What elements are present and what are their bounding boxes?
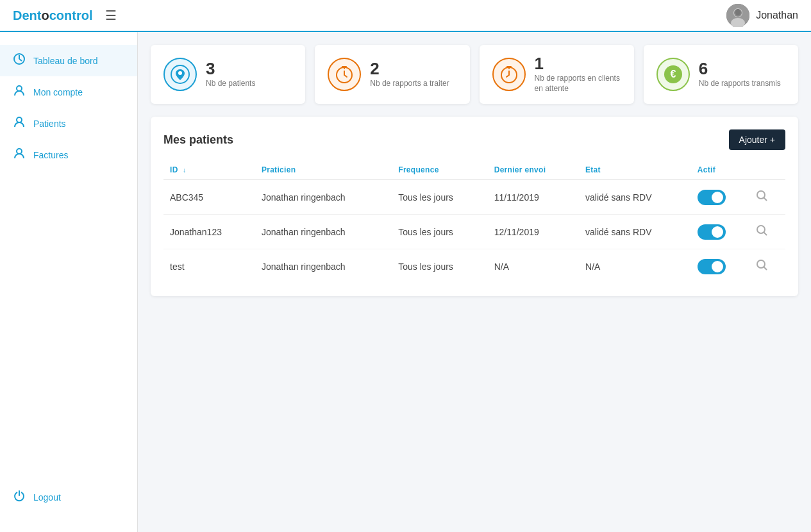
sidebar-item-factures[interactable]: Factures (0, 139, 137, 170)
svg-point-17 (757, 226, 765, 233)
search-icon (755, 224, 768, 237)
cell-praticien-1: Jonathan ringenbach (255, 215, 392, 249)
patients-tbody: ABC345 Jonathan ringenbach Tous les jour… (163, 180, 785, 284)
stat-icon-wrap-patients (163, 58, 197, 91)
cell-id-0: ABC345 (163, 180, 255, 215)
power-icon (13, 489, 26, 505)
cell-actif-0[interactable] (691, 180, 749, 215)
svg-line-20 (764, 267, 767, 270)
toggle-actif-0[interactable] (698, 190, 726, 205)
patients-title: Mes patients (163, 133, 233, 147)
cell-frequence-2: Tous les jours (392, 249, 487, 284)
svg-point-8 (17, 149, 22, 154)
stat-nb-rapports-clients: 1 Nb de rapports en clients en attente (480, 45, 634, 104)
sidebar-label-factures: Factures (33, 150, 68, 160)
sidebar-label-mon-compte: Mon compte (33, 87, 83, 97)
svg-point-19 (757, 260, 765, 268)
cell-actions-2 (749, 249, 785, 284)
stat-number-rapports-transmis: 6 (699, 60, 781, 77)
table-row: ABC345 Jonathan ringenbach Tous les jour… (163, 180, 785, 215)
svg-line-16 (764, 198, 767, 201)
search-icon (755, 258, 768, 271)
euro-icon: € (664, 65, 683, 84)
main-content: 3 Nb de patients 2 Nb de rapports a tr (138, 32, 811, 532)
timer-icon (335, 65, 354, 84)
stat-icon-wrap-transmis: € (656, 58, 690, 91)
sort-arrow-id: ↓ (183, 167, 186, 174)
cell-praticien-0: Jonathan ringenbach (255, 180, 392, 215)
sidebar-label-patients: Patients (33, 119, 66, 129)
layout: Tableau de bord Mon compte Patients Fact… (0, 32, 811, 532)
col-header-praticien: Praticien (255, 160, 392, 180)
cell-etat-2: N/A (579, 249, 691, 284)
cell-praticien-2: Jonathan ringenbach (255, 249, 392, 284)
cell-frequence-1: Tous les jours (392, 215, 487, 249)
stat-nb-patients: 3 Nb de patients (151, 45, 305, 104)
cell-actif-1[interactable] (691, 215, 749, 249)
col-header-actif: Actif (691, 160, 749, 180)
avatar-image (726, 4, 749, 27)
person-icon-2 (13, 115, 26, 131)
stat-number-rapports-clients: 1 (535, 55, 621, 72)
stat-number-patients: 3 (206, 60, 255, 77)
patients-panel-header: Mes patients Ajouter + (163, 129, 785, 150)
stat-info-rapports-clients: 1 Nb de rapports en clients en attente (535, 55, 621, 94)
svg-text:€: € (670, 69, 676, 79)
stat-nb-rapports-transmis: € 6 Nb de rapports transmis (644, 45, 798, 104)
col-header-frequence: Frequence (392, 160, 487, 180)
sidebar-item-mon-compte[interactable]: Mon compte (0, 76, 137, 108)
sidebar-item-patients[interactable]: Patients (0, 108, 137, 139)
cell-actions-1 (749, 215, 785, 249)
stat-label-rapports-traiter: Nb de rapports a traiter (370, 79, 449, 89)
person-icon-1 (13, 84, 26, 100)
table-head: ID ↓ Praticien Frequence Dernier envoi E… (163, 160, 785, 180)
svg-point-7 (17, 117, 22, 122)
toggle-actif-1[interactable] (698, 224, 726, 240)
search-patient-button-1[interactable] (755, 224, 768, 240)
stat-nb-rapports-traiter: 2 Nb de rapports a traiter (315, 45, 469, 104)
search-icon (755, 189, 768, 202)
person-icon-3 (13, 147, 26, 163)
stat-info-patients: 3 Nb de patients (206, 60, 255, 89)
logout-label: Logout (33, 492, 61, 503)
stat-number-rapports-traiter: 2 (370, 60, 449, 77)
col-header-dernier-envoi: Dernier envoi (488, 160, 579, 180)
toggle-actif-2[interactable] (698, 259, 726, 274)
timer2-icon (499, 65, 519, 84)
table-row: Jonathan123 Jonathan ringenbach Tous les… (163, 215, 785, 249)
header-right: Jonathan (726, 4, 798, 27)
col-header-actions (749, 160, 785, 180)
cell-actif-2[interactable] (691, 249, 749, 284)
sidebar-logout[interactable]: Logout (0, 481, 137, 513)
svg-line-18 (764, 233, 767, 236)
svg-point-6 (17, 86, 22, 91)
cell-etat-1: validé sans RDV (579, 215, 691, 249)
header-left: Dentocontrol ☰ (13, 8, 117, 23)
sidebar-label-tableau: Tableau de bord (33, 56, 97, 66)
stat-info-rapports-transmis: 6 Nb de rapports transmis (699, 60, 781, 89)
location-icon (171, 65, 190, 84)
menu-icon[interactable]: ☰ (105, 8, 117, 23)
svg-point-15 (757, 191, 765, 199)
search-patient-button-2[interactable] (755, 258, 768, 274)
sidebar-item-tableau-de-bord[interactable]: Tableau de bord (0, 45, 137, 76)
header: Dentocontrol ☰ Jonathan (0, 0, 811, 32)
patients-panel: Mes patients Ajouter + ID ↓ Praticien Fr… (151, 117, 798, 296)
avatar (726, 4, 749, 27)
cell-dernier-envoi-0: 11/11/2019 (488, 180, 579, 215)
search-patient-button-0[interactable] (755, 189, 768, 205)
logo: Dentocontrol (13, 8, 92, 23)
cell-id-2: test (163, 249, 255, 284)
add-patient-button[interactable]: Ajouter + (729, 129, 785, 150)
stat-icon-wrap-clients (492, 58, 526, 91)
cell-actions-0 (749, 180, 785, 215)
col-header-id[interactable]: ID ↓ (163, 160, 255, 180)
table-row: test Jonathan ringenbach Tous les jours … (163, 249, 785, 284)
stat-icon-wrap-rapports (328, 58, 361, 91)
col-header-etat: Etat (579, 160, 691, 180)
chart-icon (13, 53, 26, 69)
stat-label-patients: Nb de patients (206, 79, 255, 89)
cell-dernier-envoi-2: N/A (488, 249, 579, 284)
svg-point-10 (178, 71, 182, 75)
cell-id-1: Jonathan123 (163, 215, 255, 249)
